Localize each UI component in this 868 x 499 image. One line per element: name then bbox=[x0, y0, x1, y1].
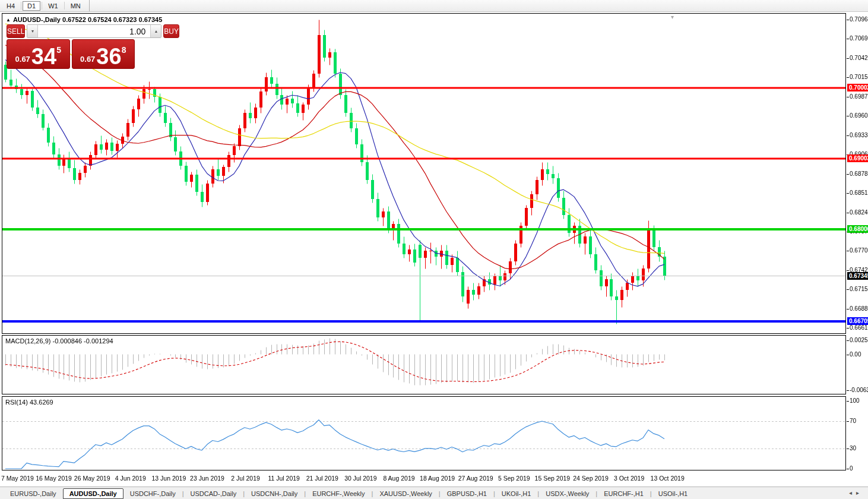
rsi-panel: RSI(14) 43.6269 bbox=[2, 396, 846, 470]
collapse-arrow-icon[interactable]: ▲ bbox=[6, 17, 11, 23]
sell-price-box[interactable]: 0.67 34 5 bbox=[7, 39, 70, 69]
price-axis-label: 0.70965 bbox=[850, 16, 868, 23]
time-axis-label: 7 May 2019 bbox=[1, 475, 34, 482]
trading-terminal: H4 D1 W1 MN ▲AUDUSD-,Daily 0.67522 0.675… bbox=[0, 0, 868, 499]
rsi-label: RSI(14) 43.6269 bbox=[5, 399, 53, 406]
chart-tab-usdx-weekly[interactable]: USDX-,Weekly bbox=[539, 489, 595, 498]
macd-values: -0.000846 -0.001294 bbox=[52, 337, 113, 345]
chart-tabs: EURUSD-,DailyAUDUSD-,DailyUSDCHF-,Daily|… bbox=[0, 488, 694, 499]
toolbar-separator bbox=[64, 2, 65, 10]
tabs-scroll-left-icon[interactable]: ◂ bbox=[849, 489, 856, 496]
macd-label: MACD(12,26,9) -0.000846 -0.001294 bbox=[5, 337, 113, 345]
time-axis-label: 18 Aug 2019 bbox=[420, 475, 455, 482]
chart-tab-eurchf-h1[interactable]: EURCHF-,H1 bbox=[597, 489, 650, 498]
chart-tab-eurchf-weekly[interactable]: EURCHF-,Weekly bbox=[306, 489, 371, 498]
price-axis-label: 0.66610 bbox=[850, 324, 868, 331]
time-axis-label: 2 Jul 2019 bbox=[231, 475, 259, 482]
sell-price-pip: 5 bbox=[56, 45, 61, 55]
time-axis-label: 11 Jul 2019 bbox=[268, 475, 300, 482]
rsi-axis-label: 100 bbox=[850, 397, 860, 405]
time-axis-label: 24 Sep 2019 bbox=[573, 475, 609, 482]
time-axis-label: 21 Jul 2019 bbox=[306, 475, 338, 482]
toolbar-separator bbox=[42, 2, 42, 10]
price-axis-label: 0.69875 bbox=[850, 93, 868, 100]
time-axis-label: 26 May 2019 bbox=[74, 475, 110, 482]
chart-shift-marker[interactable]: ▾ bbox=[671, 14, 674, 20]
price-axis-label: 0.70150 bbox=[850, 74, 868, 81]
rsi-canvas[interactable] bbox=[2, 397, 845, 470]
buy-price-box[interactable]: 0.67 36 8 bbox=[72, 39, 135, 69]
sell-price-prefix: 0.67 bbox=[15, 55, 30, 64]
rsi-axis-label: 70 bbox=[850, 418, 856, 425]
timeframe-d1-button[interactable]: D1 bbox=[23, 1, 40, 11]
volume-input[interactable] bbox=[37, 25, 151, 37]
timeframe-h4-button[interactable]: H4 bbox=[2, 1, 20, 11]
buy-button[interactable]: BUY bbox=[163, 24, 179, 38]
time-axis-label: 23 Jun 2019 bbox=[190, 475, 224, 482]
timeframe-mn-button[interactable]: MN bbox=[66, 1, 85, 11]
chart-tab-eurusd-daily[interactable]: EURUSD-,Daily bbox=[4, 489, 63, 498]
price-axis-label: 0.69330 bbox=[850, 132, 868, 139]
time-axis-label: 30 Jul 2019 bbox=[344, 475, 376, 482]
chart-ohlc-values: 0.67522 0.67524 0.67323 0.67345 bbox=[62, 16, 162, 23]
chart-title: ▲AUDUSD-,Daily 0.67522 0.67524 0.67323 0… bbox=[6, 16, 162, 23]
price-axis-label: 0.68515 bbox=[850, 190, 868, 197]
macd-axis-label: 0.00 bbox=[850, 351, 861, 358]
time-axis-label: 13 Oct 2019 bbox=[651, 475, 685, 482]
price-axis-label: 0.69605 bbox=[850, 112, 868, 119]
rsi-name: RSI(14) bbox=[5, 399, 28, 406]
time-axis-label: 4 Jun 2019 bbox=[115, 475, 146, 482]
buy-price-big: 36 bbox=[96, 48, 121, 66]
price-axis-label: 0.68785 bbox=[850, 170, 868, 178]
price-line-tag: 0.70002 bbox=[847, 84, 868, 91]
chart-tab-usdchf-daily[interactable]: USDCHF-,Daily bbox=[123, 489, 182, 498]
tab-scroll-arrows: ◂▸ bbox=[849, 489, 863, 496]
time-axis-label: 13 Jun 2019 bbox=[151, 475, 186, 482]
macd-axis-label: 0.002574 bbox=[850, 337, 868, 344]
sell-button[interactable]: SELL bbox=[7, 24, 25, 38]
macd-axis-label: -0.006326 bbox=[850, 387, 868, 394]
price-axis-label: 0.67700 bbox=[850, 247, 868, 254]
macd-panel: MACD(12,26,9) -0.000846 -0.001294 bbox=[2, 335, 846, 394]
timeframe-toolbar: H4 D1 W1 MN bbox=[0, 0, 868, 12]
buy-price-pip: 8 bbox=[122, 45, 126, 55]
macd-name: MACD(12,26,9) bbox=[5, 337, 50, 345]
chart-tab-usdcnh-daily[interactable]: USDCNH-,Daily bbox=[245, 489, 304, 498]
macd-canvas[interactable] bbox=[2, 336, 845, 394]
chart-tab-ukoil-h1[interactable]: UKOil-,H1 bbox=[495, 489, 538, 498]
rsi-axis-label: 0 bbox=[850, 465, 853, 472]
buy-price-prefix: 0.67 bbox=[80, 55, 95, 64]
chart-tab-gbpusd-h1[interactable]: GBPUSD-,H1 bbox=[441, 489, 493, 498]
price-line-tag: 0.66705 bbox=[847, 317, 868, 325]
current-price-tag: 0.67345 bbox=[847, 272, 868, 280]
price-axis-label: 0.66880 bbox=[850, 305, 868, 312]
price-axis-label: 0.68240 bbox=[850, 209, 868, 216]
price-axis-label: 0.67155 bbox=[850, 286, 868, 293]
time-axis-label: 16 May 2019 bbox=[36, 475, 72, 482]
price-axis-label: 0.70695 bbox=[850, 35, 868, 42]
one-click-trading-widget: SELL ▼ ▲ BUY 0.67 34 5 0.67 36 8 bbox=[7, 24, 135, 69]
chart-tab-xauusd-weekly[interactable]: XAUUSD-,Weekly bbox=[373, 489, 438, 498]
volume-increase-button[interactable]: ▲ bbox=[151, 25, 161, 37]
toolbar-separator bbox=[21, 2, 21, 10]
time-axis-label: 8 Aug 2019 bbox=[383, 475, 414, 482]
timeframe-w1-button[interactable]: W1 bbox=[43, 1, 63, 11]
chart-tab-audusd-daily[interactable]: AUDUSD-,Daily bbox=[63, 488, 123, 499]
chart-tab-usoil-h1[interactable]: USOil-,H1 bbox=[652, 489, 695, 498]
tabs-scroll-right-icon[interactable]: ▸ bbox=[856, 489, 863, 496]
chart-tabs-bar: EURUSD-,DailyAUDUSD-,DailyUSDCHF-,Daily|… bbox=[0, 487, 868, 499]
main-chart-panel: ▲AUDUSD-,Daily 0.67522 0.67524 0.67323 0… bbox=[2, 13, 846, 334]
time-axis-label: 15 Sep 2019 bbox=[535, 475, 571, 482]
time-axis-label: 27 Aug 2019 bbox=[458, 475, 493, 482]
price-axis-label: 0.70420 bbox=[850, 55, 868, 62]
time-axis-label: 5 Sep 2019 bbox=[498, 475, 530, 482]
time-axis-label: 3 Oct 2019 bbox=[614, 475, 644, 482]
price-axis-label: 0.67425 bbox=[850, 267, 868, 274]
volume-decrease-button[interactable]: ▼ bbox=[27, 25, 37, 37]
chart-tab-usdcad-daily[interactable]: USDCAD-,Daily bbox=[184, 489, 243, 498]
rsi-value: 43.6269 bbox=[30, 399, 53, 406]
rsi-axis-label: 30 bbox=[850, 445, 856, 452]
volume-spinner: ▼ ▲ bbox=[27, 24, 161, 38]
price-line-tag: 0.69003 bbox=[847, 154, 868, 162]
sell-price-big: 34 bbox=[31, 48, 56, 66]
